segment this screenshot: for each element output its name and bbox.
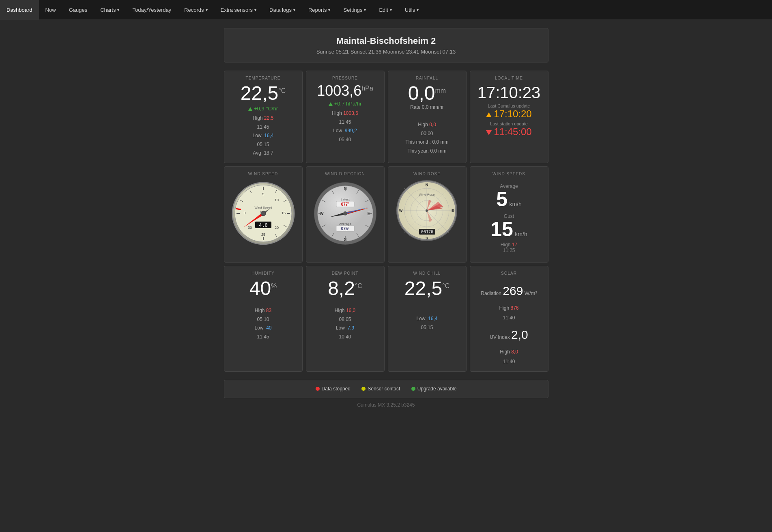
nav-edit[interactable]: Edit▾ bbox=[372, 0, 398, 19]
pressure-trend: +0,7 hPa/hr bbox=[311, 101, 379, 107]
dewpoint-stats: High 16,0 08:05 Low 7,9 10:40 bbox=[311, 306, 379, 341]
nav-dashboard[interactable]: Dashboard bbox=[0, 0, 39, 19]
svg-text:4.0: 4.0 bbox=[259, 222, 268, 228]
header-box: Maintal-Bischofsheim 2 Sunrise 05:21 Sun… bbox=[224, 28, 548, 62]
sun-info: Sunrise 05:21 Sunset 21:36 Moonrise 23:4… bbox=[232, 49, 541, 55]
windspeed-gauge-svg: 5 10 15 20 25 30 0 Wind Speed km/h bbox=[231, 181, 296, 246]
station-trend-icon bbox=[486, 130, 492, 135]
gust-value: 15 bbox=[490, 218, 513, 241]
windspeed-gauge-container: 5 10 15 20 25 30 0 Wind Speed km/h bbox=[229, 179, 297, 248]
nav-utils[interactable]: Utils▾ bbox=[398, 0, 425, 19]
avg-label: Average bbox=[475, 183, 543, 189]
windspeeds-title: WIND SPEEDS bbox=[475, 172, 543, 176]
svg-text:00176: 00176 bbox=[421, 230, 433, 234]
svg-text:Average: Average bbox=[339, 222, 351, 226]
pressure-widget: PRESSURE 1003,6hPa +0,7 hPa/hr High 1003… bbox=[306, 71, 385, 163]
nav-reports[interactable]: Reports▾ bbox=[302, 0, 337, 19]
svg-point-49 bbox=[343, 211, 347, 215]
legend-sensor-contact: Sensor contact bbox=[361, 386, 400, 392]
solar-widget: SOLAR Radiation 269 W/m² High 876 11:40 … bbox=[470, 266, 548, 372]
wind-high-time: 11:25 bbox=[475, 248, 543, 253]
navigation: Dashboard Now Gauges Charts▾ Today/Yeste… bbox=[0, 0, 772, 20]
humidity-unit: % bbox=[271, 282, 277, 289]
nav-today[interactable]: Today/Yesterday bbox=[126, 0, 178, 19]
nav-settings[interactable]: Settings▾ bbox=[337, 0, 372, 19]
svg-text:E: E bbox=[452, 209, 454, 213]
dashboard-grid-row3: HUMIDITY 40% High 83 05:10 Low 40 11:45 … bbox=[224, 266, 548, 372]
svg-text:Wind Rose: Wind Rose bbox=[419, 193, 435, 196]
dewpoint-title: DEW POINT bbox=[311, 271, 379, 276]
svg-text:0: 0 bbox=[243, 211, 245, 215]
dashboard-grid-row2: WIND SPEED bbox=[224, 166, 548, 263]
nav-now[interactable]: Now bbox=[39, 0, 62, 19]
radiation-unit: W/m² bbox=[525, 290, 537, 296]
windspeeds-widget: WIND SPEEDS Average 5 km/h Gust 15 km/h … bbox=[470, 166, 548, 263]
windrose-widget: WIND ROSE bbox=[388, 166, 467, 263]
gust-value-row: 15 km/h bbox=[475, 219, 543, 239]
radiation-value: 269 bbox=[503, 284, 523, 297]
winddirection-gauge-container: N E S W bbox=[311, 179, 379, 248]
settings-dropdown-arrow: ▾ bbox=[364, 8, 366, 12]
windchill-unit: °C bbox=[442, 282, 449, 289]
svg-text:Wind Speed: Wind Speed bbox=[254, 206, 272, 209]
windrose-title: WIND ROSE bbox=[393, 172, 461, 176]
svg-text:075°: 075° bbox=[341, 226, 349, 231]
data-logs-dropdown-arrow: ▾ bbox=[293, 8, 295, 12]
version-text: Cumulus MX 3.25.2 b3245 bbox=[357, 402, 415, 408]
utils-dropdown-arrow: ▾ bbox=[417, 8, 419, 12]
localtime-title: LOCAL TIME bbox=[475, 76, 543, 80]
rainfall-title: RAINFALL bbox=[393, 76, 461, 80]
winddirection-widget: WIND DIRECTION N bbox=[306, 166, 385, 263]
windrose-svg: N S W E 00176 Wind Rose bbox=[396, 179, 458, 242]
nav-charts[interactable]: Charts▾ bbox=[94, 0, 126, 19]
windchill-value: 22,5°C bbox=[393, 279, 461, 298]
svg-text:S: S bbox=[426, 236, 428, 240]
svg-text:Latest: Latest bbox=[341, 198, 350, 201]
svg-text:15: 15 bbox=[281, 211, 285, 215]
svg-point-24 bbox=[261, 211, 266, 216]
avg-value: 5 bbox=[496, 188, 507, 211]
wind-high-val: 17 bbox=[512, 242, 517, 248]
cumulus-trend-icon bbox=[486, 112, 492, 117]
rainfall-unit: mm bbox=[435, 87, 446, 94]
wind-speeds-panel: Average 5 km/h Gust 15 km/h High 17 11:2… bbox=[475, 179, 543, 257]
legend-data-stopped: Data stopped bbox=[316, 386, 351, 392]
svg-text:30: 30 bbox=[247, 226, 252, 230]
rainfall-stats: Rate 0,0 mm/hr High 0,0 00:00 This month… bbox=[393, 103, 461, 156]
temp-trend-up-icon bbox=[248, 107, 252, 111]
svg-line-19 bbox=[236, 209, 241, 209]
nav-extra-sensors[interactable]: Extra sensors▾ bbox=[214, 0, 263, 19]
solar-title: SOLAR bbox=[475, 271, 543, 276]
nav-data-logs[interactable]: Data logs▾ bbox=[263, 0, 302, 19]
nav-gauges[interactable]: Gauges bbox=[62, 0, 94, 19]
nav-records[interactable]: Records▾ bbox=[178, 0, 214, 19]
solar-stats: Radiation 269 W/m² High 876 11:40 UV Ind… bbox=[475, 279, 543, 366]
svg-text:W: W bbox=[399, 209, 403, 213]
dot-yellow bbox=[361, 387, 366, 391]
windchill-stats: Low 16,4 05:15 bbox=[393, 314, 461, 332]
windrose-container: N S W E 00176 Wind Rose bbox=[393, 179, 461, 242]
cumulus-update-label: Last Cumulus update bbox=[475, 103, 543, 108]
current-time: 17:10:23 bbox=[475, 84, 543, 102]
rainfall-widget: RAINFALL 0,0mm Rate 0,0 mm/hr High 0,0 0… bbox=[388, 71, 467, 163]
winddirection-gauge-svg: N E S W bbox=[313, 181, 378, 246]
pressure-unit: hPa bbox=[361, 85, 373, 92]
svg-text:10: 10 bbox=[274, 198, 278, 202]
dewpoint-unit: °C bbox=[355, 282, 362, 289]
pressure-stats: High 1003,6 11:45 Low 999,2 05:40 bbox=[311, 109, 379, 144]
legend-upgrade: Upgrade available bbox=[411, 386, 457, 392]
dewpoint-value: 8,2°C bbox=[311, 279, 379, 298]
svg-text:25: 25 bbox=[261, 233, 265, 237]
svg-point-76 bbox=[426, 209, 428, 212]
dot-green bbox=[411, 387, 415, 391]
uvi-value: 2,0 bbox=[511, 328, 528, 341]
temperature-stats: High 22,5 11:45 Low 16,4 05:15 Avg 18,7 bbox=[229, 114, 297, 158]
svg-text:N: N bbox=[426, 183, 428, 187]
svg-text:077°: 077° bbox=[341, 202, 349, 207]
station-update-time: 11:45:00 bbox=[475, 126, 543, 138]
winddirection-title: WIND DIRECTION bbox=[311, 172, 379, 176]
humidity-value: 40% bbox=[229, 279, 297, 298]
dashboard-grid-row1: TEMPERATURE 22,5°C +0,9 °C/hr High 22,5 … bbox=[224, 71, 548, 163]
station-update-label: Last station update bbox=[475, 121, 543, 126]
avg-unit: km/h bbox=[509, 201, 521, 207]
